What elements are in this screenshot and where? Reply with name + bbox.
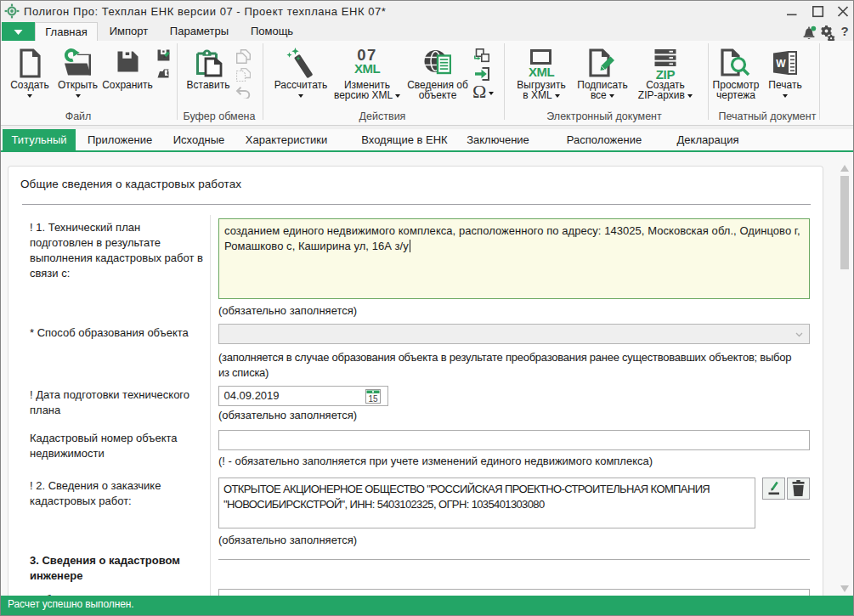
svg-text:15: 15 xyxy=(368,394,378,404)
svg-text:W: W xyxy=(776,58,786,70)
svg-text:?: ? xyxy=(840,25,848,38)
